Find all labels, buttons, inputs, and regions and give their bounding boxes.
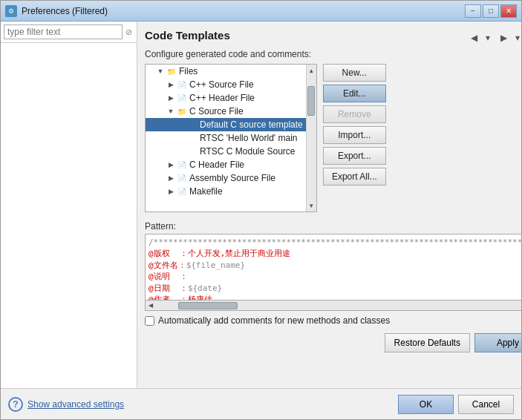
export-button[interactable]: Export... <box>323 147 386 165</box>
title-bar: ⚙ Preferences (Filtered) − □ ✕ <box>1 1 521 22</box>
nav-forward-dropdown[interactable]: ▾ <box>510 30 521 45</box>
auto-comments-checkbox[interactable] <box>145 316 154 326</box>
nav-back-button[interactable]: ◀ <box>467 30 482 45</box>
nav-forward-button[interactable]: ▶ <box>497 30 512 45</box>
action-buttons-panel: New... Edit... Remove Import... Export..… <box>323 64 390 212</box>
folder-icon-files: 📁 <box>166 66 177 76</box>
folder-icon-c-source: 📁 <box>177 106 187 117</box>
window-icon: ⚙ <box>5 5 17 17</box>
pattern-section: Pattern: /******************************… <box>145 221 521 311</box>
checkbox-row: Automatically add comments for new metho… <box>145 315 521 326</box>
ok-button[interactable]: OK <box>398 395 454 414</box>
remove-button[interactable]: Remove <box>323 105 386 123</box>
bottom-buttons: Restore Defaults Apply <box>145 333 521 352</box>
file-icon-makefile: 📄 <box>177 186 187 197</box>
header-row: Code Templates ◀ ▾ ▶ ▾ ▾ <box>145 29 521 46</box>
tree-label-default-c: Default C source template <box>200 119 303 130</box>
cancel-button[interactable]: Cancel <box>458 395 514 414</box>
tree-label-cpp-source: C++ Source File <box>189 79 254 90</box>
scroll-down-arrow[interactable]: ▼ <box>308 200 314 211</box>
nav-back-dropdown[interactable]: ▾ <box>480 30 495 45</box>
footer-right: OK Cancel <box>398 395 514 414</box>
hscroll-left-arrow[interactable]: ◀ <box>146 301 156 310</box>
pattern-box: /***************************************… <box>145 234 521 301</box>
auto-comments-label: Automatically add comments for new metho… <box>158 315 390 326</box>
new-button[interactable]: New... <box>323 64 386 82</box>
left-panel: ⊘ <box>1 22 137 388</box>
tree-item-asm[interactable]: ▶ 📄 Assembly Source File <box>146 171 306 185</box>
tree-arrow-c-source: ▼ <box>166 107 175 116</box>
tree-scroll-area[interactable]: ▼ 📁 Files ▶ 📄 C++ Source File ▶ 📄 <box>146 65 306 211</box>
tree-arrow-hello <box>177 134 186 142</box>
tree-label-c-header: C Header File <box>189 160 244 170</box>
icon-hello <box>187 133 198 143</box>
content-area: ⊘ Code Templates ◀ ▾ ▶ ▾ ▾ Configure gen… <box>1 22 521 388</box>
nav-toolbar: ◀ ▾ ▶ ▾ ▾ <box>467 30 521 45</box>
icon-default-c <box>187 119 198 130</box>
right-panel: Code Templates ◀ ▾ ▶ ▾ ▾ Configure gener… <box>137 22 521 388</box>
tree-label-makefile: Makefile <box>189 186 223 197</box>
description-text: Configure generated code and comments: <box>145 49 521 59</box>
tree-arrow-asm: ▶ <box>166 174 175 183</box>
window-controls: − □ ✕ <box>465 4 517 18</box>
tree-label-c-source: C Source File <box>189 106 244 117</box>
tree-item-makefile[interactable]: ▶ 📄 Makefile <box>146 185 306 198</box>
tree-label-files: Files <box>179 66 198 76</box>
maximize-button[interactable]: □ <box>483 4 499 18</box>
tree-item-rtsc-module[interactable]: RTSC C Module Source <box>146 145 306 158</box>
pattern-content[interactable]: /***************************************… <box>146 234 521 300</box>
tree-vertical-scrollbar[interactable]: ▲ ▼ <box>306 65 316 211</box>
tree-arrow-c-header: ▶ <box>166 160 175 169</box>
import-button[interactable]: Import... <box>323 126 386 144</box>
pattern-label: Pattern: <box>145 221 521 232</box>
tree-item-cpp-source[interactable]: ▶ 📄 C++ Source File <box>146 78 306 91</box>
file-icon-cpp-source: 📄 <box>177 79 187 90</box>
tree-item-hello-world[interactable]: RTSC 'Hello World' main <box>146 131 306 145</box>
export-all-button[interactable]: Export All... <box>323 168 386 186</box>
file-icon-c-header: 📄 <box>177 160 187 170</box>
pattern-hscroll-bar[interactable]: ◀ ▶ <box>145 301 521 311</box>
tree-item-c-source[interactable]: ▼ 📁 C Source File <box>146 105 306 118</box>
close-button[interactable]: ✕ <box>500 4 517 18</box>
footer: ? Show advanced settings OK Cancel <box>1 388 521 419</box>
tree-item-default-c-template[interactable]: Default C source template <box>146 118 306 131</box>
tree-item-files[interactable]: ▼ 📁 Files <box>146 65 306 78</box>
restore-defaults-button[interactable]: Restore Defaults <box>385 333 470 352</box>
filter-box: ⊘ <box>1 22 137 43</box>
hscroll-thumb[interactable] <box>178 302 238 309</box>
file-icon-asm: 📄 <box>177 173 187 183</box>
tree-item-cpp-header[interactable]: ▶ 📄 C++ Header File <box>146 91 306 105</box>
footer-left: ? Show advanced settings <box>8 397 124 412</box>
tree-item-c-header[interactable]: ▶ 📄 C Header File <box>146 158 306 171</box>
apply-button[interactable]: Apply <box>474 333 521 352</box>
minimize-button[interactable]: − <box>465 4 481 18</box>
file-icon-cpp-header: 📄 <box>177 93 187 103</box>
window-title: Preferences (Filtered) <box>22 6 465 16</box>
tree-container: ▼ 📁 Files ▶ 📄 C++ Source File ▶ 📄 <box>145 64 317 212</box>
tree-arrow-cpp-source: ▶ <box>166 80 175 89</box>
help-icon[interactable]: ? <box>8 397 23 412</box>
scroll-up-arrow[interactable]: ▲ <box>308 65 314 76</box>
tree-arrow-default-c <box>177 120 186 129</box>
advanced-settings-link[interactable]: Show advanced settings <box>27 399 124 410</box>
tree-arrow-cpp-header: ▶ <box>166 93 175 102</box>
tree-section: ▼ 📁 Files ▶ 📄 C++ Source File ▶ 📄 <box>145 64 521 212</box>
tree-label-asm: Assembly Source File <box>189 173 275 183</box>
icon-rtsc <box>187 146 198 157</box>
main-window: ⚙ Preferences (Filtered) − □ ✕ ⊘ Code Te… <box>0 0 522 420</box>
tree-arrow-files: ▼ <box>156 67 165 76</box>
tree-label-rtsc: RTSC C Module Source <box>200 146 296 157</box>
tree-arrow-rtsc <box>177 147 186 156</box>
tree-label-hello: RTSC 'Hello World' main <box>200 133 298 143</box>
tree-arrow-makefile: ▶ <box>166 187 175 196</box>
section-title: Code Templates <box>145 29 230 42</box>
filter-clear-icon[interactable]: ⊘ <box>124 27 134 37</box>
tree-label-cpp-header: C++ Header File <box>189 93 255 103</box>
edit-button[interactable]: Edit... <box>323 85 386 102</box>
scroll-thumb[interactable] <box>307 86 315 116</box>
filter-input[interactable] <box>4 24 123 39</box>
